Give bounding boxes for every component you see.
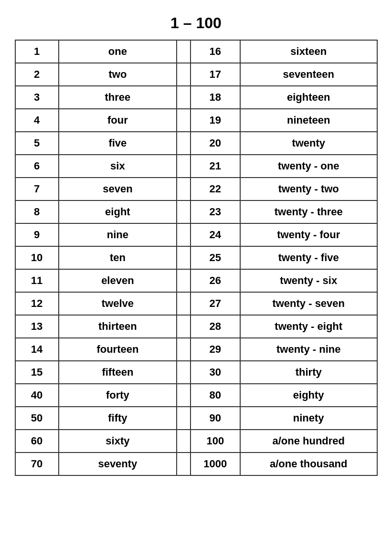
number-right: 80 <box>191 384 240 407</box>
number-left: 15 <box>15 361 59 384</box>
page-title: 1 – 100 <box>170 14 222 32</box>
table-row: 15fifteen30thirty <box>15 361 377 384</box>
number-right: 23 <box>191 200 240 223</box>
word-right: eighty <box>240 384 377 407</box>
divider-cell <box>177 200 191 223</box>
table-row: 9nine24twenty - four <box>15 223 377 246</box>
number-right: 22 <box>191 178 240 200</box>
number-right: 25 <box>191 246 240 269</box>
number-left: 60 <box>15 430 59 453</box>
word-left: five <box>59 132 177 155</box>
word-right: twenty - six <box>240 269 377 292</box>
number-left: 5 <box>15 132 59 155</box>
divider-cell <box>177 338 191 361</box>
word-right: seventeen <box>240 63 377 86</box>
number-left: 10 <box>15 246 59 269</box>
divider-cell <box>177 155 191 178</box>
table-row: 11eleven26twenty - six <box>15 269 377 292</box>
number-right: 24 <box>191 223 240 246</box>
divider-cell <box>177 269 191 292</box>
table-row: 13thirteen28twenty - eight <box>15 315 377 338</box>
word-left: seventy <box>59 453 177 475</box>
table-row: 5five20twenty <box>15 132 377 155</box>
number-left: 12 <box>15 292 59 315</box>
table-row: 3three18eighteen <box>15 86 377 109</box>
table-row: 4four19nineteen <box>15 109 377 132</box>
number-right: 90 <box>191 407 240 430</box>
number-right: 19 <box>191 109 240 132</box>
table-row: 1one16sixteen <box>15 40 377 63</box>
word-right: ninety <box>240 407 377 430</box>
numbers-table: 1one16sixteen2two17seventeen3three18eigh… <box>15 40 378 476</box>
word-left: ten <box>59 246 177 269</box>
divider-cell <box>177 430 191 453</box>
word-left: four <box>59 109 177 132</box>
divider-cell <box>177 407 191 430</box>
word-left: fifty <box>59 407 177 430</box>
word-right: twenty - seven <box>240 292 377 315</box>
number-left: 1 <box>15 40 59 63</box>
number-right: 17 <box>191 63 240 86</box>
divider-cell <box>177 63 191 86</box>
word-left: eight <box>59 200 177 223</box>
number-left: 7 <box>15 178 59 200</box>
word-left: thirteen <box>59 315 177 338</box>
word-right: a/one hundred <box>240 430 377 453</box>
number-right: 18 <box>191 86 240 109</box>
word-right: twenty - nine <box>240 338 377 361</box>
table-row: 12twelve27twenty - seven <box>15 292 377 315</box>
divider-cell <box>177 361 191 384</box>
word-right: twenty - one <box>240 155 377 178</box>
divider-cell <box>177 223 191 246</box>
number-right: 28 <box>191 315 240 338</box>
divider-cell <box>177 315 191 338</box>
number-right: 29 <box>191 338 240 361</box>
number-left: 14 <box>15 338 59 361</box>
number-left: 6 <box>15 155 59 178</box>
number-right: 30 <box>191 361 240 384</box>
divider-cell <box>177 109 191 132</box>
word-right: nineteen <box>240 109 377 132</box>
number-right: 100 <box>191 430 240 453</box>
number-left: 40 <box>15 384 59 407</box>
word-left: three <box>59 86 177 109</box>
word-right: twenty <box>240 132 377 155</box>
word-left: twelve <box>59 292 177 315</box>
number-right: 16 <box>191 40 240 63</box>
word-left: sixty <box>59 430 177 453</box>
table-row: 2two17seventeen <box>15 63 377 86</box>
table-row: 60sixty100a/one hundred <box>15 430 377 453</box>
word-right: twenty - two <box>240 178 377 200</box>
word-left: forty <box>59 384 177 407</box>
number-right: 20 <box>191 132 240 155</box>
divider-cell <box>177 384 191 407</box>
number-left: 70 <box>15 453 59 475</box>
number-left: 4 <box>15 109 59 132</box>
number-left: 2 <box>15 63 59 86</box>
table-row: 6six21twenty - one <box>15 155 377 178</box>
word-right: a/one thousand <box>240 453 377 475</box>
number-left: 8 <box>15 200 59 223</box>
word-left: fifteen <box>59 361 177 384</box>
divider-cell <box>177 132 191 155</box>
number-left: 3 <box>15 86 59 109</box>
divider-cell <box>177 40 191 63</box>
table-row: 14fourteen29twenty - nine <box>15 338 377 361</box>
divider-cell <box>177 86 191 109</box>
word-left: one <box>59 40 177 63</box>
word-left: eleven <box>59 269 177 292</box>
table-row: 40forty80eighty <box>15 384 377 407</box>
word-right: twenty - three <box>240 200 377 223</box>
word-right: sixteen <box>240 40 377 63</box>
word-right: twenty - five <box>240 246 377 269</box>
table-row: 8eight23twenty - three <box>15 200 377 223</box>
number-right: 27 <box>191 292 240 315</box>
word-left: two <box>59 63 177 86</box>
table-row: 10ten25twenty - five <box>15 246 377 269</box>
word-right: thirty <box>240 361 377 384</box>
word-right: eighteen <box>240 86 377 109</box>
table-row: 70seventy1000a/one thousand <box>15 453 377 475</box>
word-right: twenty - eight <box>240 315 377 338</box>
number-left: 13 <box>15 315 59 338</box>
word-right: twenty - four <box>240 223 377 246</box>
